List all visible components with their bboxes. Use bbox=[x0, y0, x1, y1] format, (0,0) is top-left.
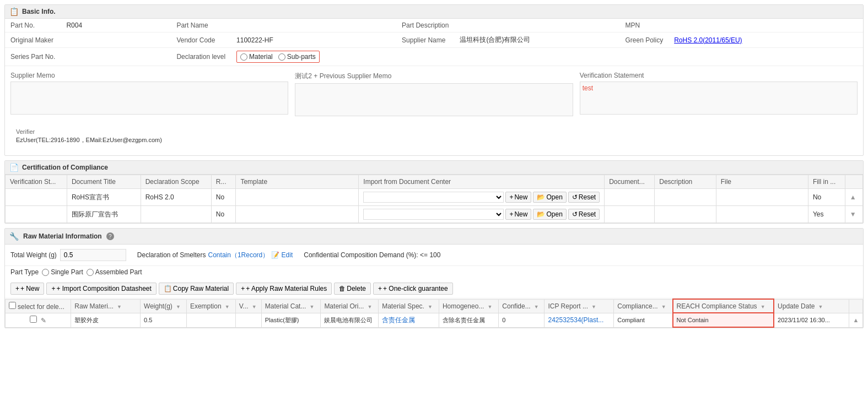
raw-material-sort-icon[interactable]: ▼ bbox=[117, 304, 122, 310]
delete-label: Delete bbox=[347, 285, 366, 292]
part-no-value: R004 bbox=[61, 19, 171, 32]
icp-report-link[interactable]: 242532534(Plast... bbox=[548, 316, 603, 324]
row-scroll-up[interactable]: ▲ bbox=[849, 313, 862, 327]
exemption-sort-icon[interactable]: ▼ bbox=[225, 304, 230, 310]
compliance-row2-fill-in: Yes bbox=[808, 206, 845, 223]
previous-supplier-memo-textarea[interactable] bbox=[295, 83, 573, 116]
compliance-row2-select[interactable] bbox=[363, 209, 504, 220]
confidential-label: Confidential Composition Demand (%): <= … bbox=[304, 251, 440, 259]
weight-sort-icon[interactable]: ▼ bbox=[176, 304, 181, 310]
part-no-label: Part No. bbox=[5, 19, 61, 32]
icp-report-sort-icon[interactable]: ▼ bbox=[591, 304, 596, 310]
compliance-row1-document bbox=[605, 189, 655, 206]
compliance-row2-new-btn[interactable]: +New bbox=[505, 209, 531, 220]
supplier-name-label: Supplier Name bbox=[396, 32, 454, 48]
confide-sort-icon[interactable]: ▼ bbox=[534, 304, 539, 310]
new-icon: + bbox=[509, 193, 513, 201]
row-raw-material: 塑胶外皮 bbox=[71, 313, 141, 327]
col-confide: Confide... ▼ bbox=[499, 299, 544, 313]
row-reach-compliance: Not Contain bbox=[673, 313, 774, 327]
basic-info-icon: 📋 bbox=[9, 7, 19, 16]
compliance-row1-fill-in: No bbox=[808, 189, 845, 206]
total-weight-input[interactable] bbox=[60, 249, 126, 261]
compliance-row2-file bbox=[716, 206, 808, 223]
cert-icon: 📄 bbox=[9, 163, 19, 172]
delete-btn[interactable]: 🗑 Delete bbox=[334, 283, 371, 295]
raw-material-row: ✎ 塑胶外皮 0.5 Plastic(塑膠) 娱晨电池有限公司 含责任金属 含除… bbox=[6, 313, 863, 327]
col-compliance: Compliance... ▼ bbox=[614, 299, 673, 313]
compliance-row1-template bbox=[236, 189, 359, 206]
apply-raw-rules-btn[interactable]: + + Apply Raw Material Rules bbox=[236, 283, 332, 295]
compliance-row1-new-btn[interactable]: +New bbox=[505, 192, 531, 203]
supplier-memo-label: Supplier Memo bbox=[10, 72, 288, 79]
row-checkbox[interactable] bbox=[30, 316, 37, 323]
supplier-memo-textarea[interactable] bbox=[10, 82, 288, 115]
row-edit-icon[interactable]: ✎ bbox=[41, 317, 46, 324]
edit-btn[interactable]: 📝 Edit bbox=[271, 251, 293, 259]
folder-icon: 📂 bbox=[537, 193, 545, 201]
radio-assembled-part-label[interactable]: Assembled Part bbox=[87, 268, 142, 276]
col-document-title: Document Title bbox=[67, 175, 141, 189]
copy-raw-material-btn[interactable]: 📋 Copy Raw Material bbox=[159, 283, 234, 295]
compliance-row1-reset-btn[interactable]: ↺Reset bbox=[568, 192, 600, 203]
compliance-row1-open-btn[interactable]: 📂Open bbox=[533, 192, 566, 203]
folder-icon2: 📂 bbox=[537, 210, 545, 218]
raw-new-btn[interactable]: + + New bbox=[10, 283, 44, 295]
compliance-sort-icon[interactable]: ▼ bbox=[661, 304, 666, 310]
col-description: Description bbox=[655, 175, 716, 189]
green-policy-label: Green Policy bbox=[619, 32, 668, 48]
declaration-smelters-label: Declaration of Smelters bbox=[137, 251, 206, 259]
radio-single-part-text: Single Part bbox=[51, 268, 83, 276]
radio-subparts[interactable] bbox=[278, 53, 285, 61]
radio-material[interactable] bbox=[240, 53, 247, 61]
import-composition-btn[interactable]: + + Import Composition Datasheet bbox=[46, 283, 156, 295]
compliance-row2-doc-title: 围际原厂宣告书 bbox=[67, 206, 141, 223]
col-icp-report: ICP Report ... ▼ bbox=[544, 299, 614, 313]
verification-statement-label: Verification Statement bbox=[580, 72, 858, 79]
compliance-row2-scroll-down[interactable]: ▼ bbox=[845, 206, 862, 223]
radio-subparts-label[interactable]: Sub-parts bbox=[278, 53, 316, 61]
compliance-row2-reset-btn[interactable]: ↺Reset bbox=[568, 209, 600, 220]
previous-supplier-memo-label: 测试2 + Previous Supplier Memo bbox=[295, 72, 573, 81]
mpn-value bbox=[668, 19, 863, 32]
new-icon2: + bbox=[509, 210, 513, 218]
compliance-row2-decl-scope bbox=[141, 206, 211, 223]
material-cat-sort-icon[interactable]: ▼ bbox=[310, 304, 315, 310]
row-v bbox=[235, 313, 261, 327]
compliance-row1-scroll-up[interactable]: ▲ bbox=[845, 189, 862, 206]
one-click-guarantee-label: + One-click guarantee bbox=[383, 285, 448, 292]
copy-icon: 📋 bbox=[164, 285, 172, 292]
col-raw-material: Raw Materi... ▼ bbox=[71, 299, 141, 313]
v-sort-icon[interactable]: ▼ bbox=[252, 304, 257, 310]
one-click-guarantee-btn[interactable]: + + One-click guarantee bbox=[373, 283, 453, 295]
row-weight: 0.5 bbox=[141, 313, 187, 327]
import-composition-label: + Import Composition Datasheet bbox=[56, 285, 151, 292]
compliance-row2-verif bbox=[6, 206, 67, 223]
compliance-row1-select[interactable] bbox=[363, 192, 504, 203]
help-icon[interactable]: ? bbox=[106, 232, 114, 240]
mpn-label: MPN bbox=[619, 19, 668, 32]
material-spec-link[interactable]: 含责任金属 bbox=[382, 316, 415, 324]
select-all-checkbox[interactable] bbox=[9, 302, 16, 309]
material-ori-sort-icon[interactable]: ▼ bbox=[367, 304, 372, 310]
homogeneo-sort-icon[interactable]: ▼ bbox=[487, 304, 492, 310]
vendor-code-value: 1100222-HF bbox=[231, 32, 396, 48]
material-spec-sort-icon[interactable]: ▼ bbox=[428, 304, 433, 310]
row-material-ori: 娱晨电池有限公司 bbox=[321, 313, 379, 327]
radio-material-label[interactable]: Material bbox=[240, 53, 273, 61]
radio-assembled-part[interactable] bbox=[87, 269, 94, 276]
row-icp-report: 242532534(Plast... bbox=[544, 313, 614, 327]
compliance-row2-description bbox=[655, 206, 716, 223]
green-policy-value: RoHS 2.0(2011/65/EU) bbox=[668, 32, 863, 48]
verification-statement-textarea[interactable]: test bbox=[580, 82, 858, 115]
radio-single-part-label[interactable]: Single Part bbox=[42, 268, 83, 276]
update-date-sort-icon[interactable]: ▼ bbox=[818, 304, 823, 310]
radio-single-part[interactable] bbox=[42, 269, 49, 276]
guarantee-icon: + bbox=[378, 285, 382, 292]
compliance-row2-open-btn[interactable]: 📂Open bbox=[533, 209, 566, 220]
series-part-no-label: Series Part No. bbox=[5, 48, 61, 66]
reach-sort-icon[interactable]: ▼ bbox=[761, 304, 765, 310]
declaration-level-value: Material Sub-parts bbox=[231, 48, 863, 66]
col-material-spec: Material Spec. ▼ bbox=[379, 299, 439, 313]
col-select-for-dele: select for dele... bbox=[6, 299, 71, 313]
